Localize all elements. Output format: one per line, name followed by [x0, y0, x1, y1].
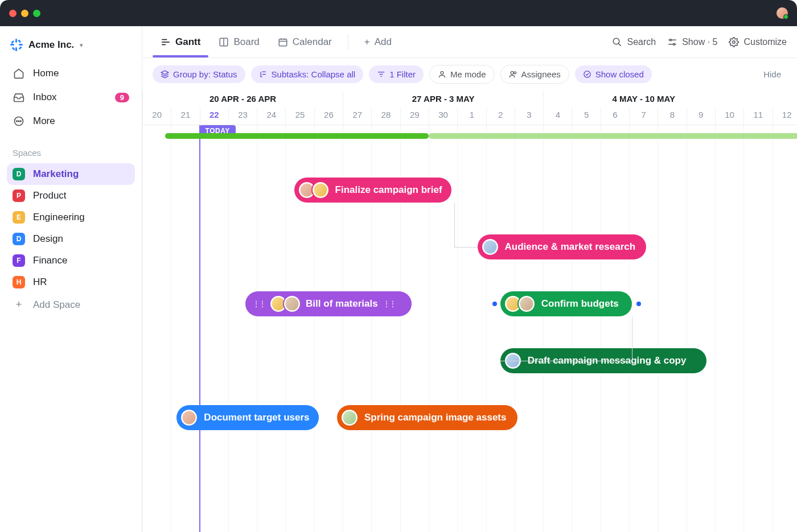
sidebar: Acme Inc. ▾ Home Inbox 9 More Spaces DMa…	[0, 26, 142, 532]
tab-calendar[interactable]: Calendar	[270, 27, 340, 57]
pill-label: Subtasks: Collapse all	[272, 69, 356, 79]
dependency-dot[interactable]	[636, 302, 641, 306]
window-maximize[interactable]	[33, 10, 40, 17]
svg-point-32	[441, 72, 443, 75]
users-icon	[509, 70, 517, 79]
task-bar[interactable]: Draft campaign messaging & copy	[500, 348, 706, 373]
tab-board[interactable]: Board	[211, 27, 267, 57]
check-circle-icon	[583, 70, 591, 79]
avatar	[481, 238, 499, 256]
add-space-button[interactable]: + Add Space	[7, 293, 135, 316]
avatar	[517, 295, 536, 313]
sidebar-space-product[interactable]: PProduct	[7, 185, 135, 207]
day-number: 8	[658, 108, 686, 125]
date-header: 20 APR - 26 APR27 APR - 3 MAY4 MAY - 10 …	[142, 90, 797, 125]
user-avatar[interactable]	[777, 7, 788, 19]
window-close[interactable]	[9, 10, 17, 17]
user-icon	[438, 70, 446, 79]
task-bar[interactable]: Document target users	[176, 405, 318, 430]
task-bar[interactable]: Bill of materials	[245, 291, 412, 316]
space-badge-icon: D	[13, 168, 25, 180]
show-label: Show · 5	[682, 37, 717, 47]
inbox-badge: 9	[115, 93, 129, 102]
gantt-grid[interactable]: TODAYFinalize campaign briefAudience & m…	[142, 125, 797, 532]
nav-inbox[interactable]: Inbox 9	[7, 85, 135, 109]
task-label: Document target users	[204, 412, 309, 423]
tab-gantt[interactable]: Gantt	[153, 27, 208, 57]
nav-label: Home	[33, 68, 59, 79]
svg-rect-2	[10, 44, 14, 46]
task-bar[interactable]: Confirm budgets	[500, 291, 632, 316]
pill-label: Show closed	[595, 69, 644, 79]
task-bar[interactable]: Spring campaign image assets	[337, 405, 517, 430]
window-controls	[9, 10, 40, 17]
sidebar-space-finance[interactable]: FFinance	[7, 250, 135, 271]
svg-point-27	[733, 40, 736, 43]
tab-add-view[interactable]: + Add	[356, 27, 400, 57]
day-number: 7	[629, 108, 658, 125]
date-range-label: 20 APR - 26 APR	[142, 90, 343, 108]
task-label: Bill of materials	[306, 298, 378, 310]
task-label: Finalize campaign brief	[335, 184, 442, 196]
workspace-name: Acme Inc.	[28, 39, 74, 51]
svg-point-25	[670, 39, 672, 40]
day-number: 11	[743, 108, 772, 125]
svg-point-33	[511, 72, 513, 75]
dependency-dot[interactable]	[492, 302, 497, 306]
avatar	[180, 409, 198, 427]
svg-point-11	[20, 121, 22, 122]
view-tabs: Gantt Board Calendar + Add Search	[142, 26, 797, 58]
show-closed-pill[interactable]: Show closed	[575, 65, 652, 83]
avatar	[283, 295, 301, 313]
home-icon	[13, 67, 25, 80]
task-assignees	[180, 409, 198, 427]
nav-home[interactable]: Home	[7, 61, 135, 85]
svg-point-35	[584, 71, 590, 77]
sidebar-space-hr[interactable]: HHR	[7, 271, 135, 293]
sidebar-space-marketing[interactable]: DMarketing	[7, 163, 135, 185]
svg-point-21	[614, 38, 620, 44]
customize-button[interactable]: Customize	[729, 37, 787, 47]
svg-marker-28	[161, 71, 169, 74]
board-icon	[219, 37, 229, 47]
customize-label: Customize	[743, 37, 787, 47]
day-number: 30	[429, 108, 457, 125]
sidebar-space-design[interactable]: DDesign	[7, 228, 135, 250]
sliders-icon	[667, 37, 677, 47]
assignees-pill[interactable]: Assignees	[500, 65, 569, 84]
day-number: 22	[200, 108, 228, 125]
day-number: 6	[601, 108, 629, 125]
nav-label: More	[33, 116, 55, 127]
space-badge-icon: H	[13, 276, 25, 288]
tab-label: Add	[375, 36, 392, 48]
nav-more[interactable]: More	[7, 109, 135, 133]
workspace-switcher[interactable]: Acme Inc. ▾	[7, 34, 135, 61]
group-by-pill[interactable]: Group by: Status	[153, 65, 245, 83]
layers-icon	[161, 70, 169, 79]
me-mode-pill[interactable]: Me mode	[429, 65, 495, 84]
tab-label: Calendar	[293, 36, 332, 48]
avatar	[340, 409, 359, 427]
sidebar-space-engineering[interactable]: EEngineering	[7, 207, 135, 228]
workspace-logo-icon	[10, 39, 23, 51]
space-label: Finance	[33, 255, 67, 266]
chevron-down-icon: ▾	[80, 42, 83, 49]
window-minimize[interactable]	[21, 10, 28, 17]
filter-pill[interactable]: 1 Filter	[369, 65, 424, 83]
search-button[interactable]: Search	[612, 37, 656, 47]
hide-filters-button[interactable]: Hide	[763, 69, 787, 79]
space-badge-icon: P	[13, 189, 25, 202]
day-number: 1	[457, 108, 486, 125]
subtasks-pill[interactable]: Subtasks: Collapse all	[251, 65, 364, 83]
day-number: 25	[285, 108, 314, 125]
show-button[interactable]: Show · 5	[667, 37, 717, 47]
plus-icon: +	[364, 36, 370, 48]
task-bar[interactable]: Audience & market research	[478, 234, 647, 259]
task-bar[interactable]: Finalize campaign brief	[294, 178, 451, 203]
space-badge-icon: E	[13, 211, 25, 224]
date-range-label: 4 MAY - 10 MAY	[543, 90, 743, 108]
task-label: Draft campaign messaging & copy	[528, 355, 687, 366]
day-number: 27	[343, 108, 371, 125]
calendar-icon	[278, 37, 288, 47]
space-label: Product	[33, 190, 67, 201]
